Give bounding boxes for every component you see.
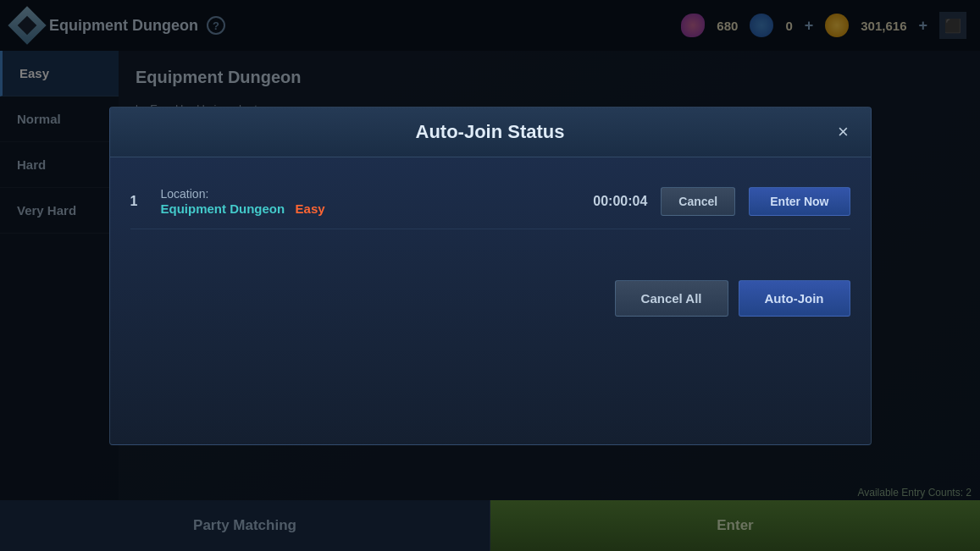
queue-timer: 00:00:04	[571, 194, 647, 209]
modal-header: Auto-Join Status ×	[110, 107, 871, 157]
modal-close-button[interactable]: ×	[830, 118, 857, 146]
queue-enter-now-button[interactable]: Enter Now	[749, 187, 850, 216]
modal-overlay: Auto-Join Status × 1 Location: Equipment…	[0, 0, 980, 551]
cancel-all-button[interactable]: Cancel All	[615, 280, 728, 317]
auto-join-button[interactable]: Auto-Join	[739, 280, 850, 317]
location-difficulty: Easy	[296, 201, 325, 216]
location-label: Location:	[161, 187, 209, 201]
auto-join-modal: Auto-Join Status × 1 Location: Equipment…	[109, 107, 872, 445]
modal-title: Auto-Join Status	[416, 121, 565, 143]
queue-row: 1 Location: Equipment Dungeon Easy 00:00…	[130, 174, 850, 229]
queue-cancel-button[interactable]: Cancel	[661, 187, 735, 216]
queue-number: 1	[130, 194, 147, 209]
queue-location: Location: Equipment Dungeon Easy	[161, 186, 558, 217]
modal-body: 1 Location: Equipment Dungeon Easy 00:00…	[110, 157, 871, 246]
modal-footer: Cancel All Auto-Join	[110, 263, 871, 333]
location-name: Equipment Dungeon	[161, 201, 285, 216]
